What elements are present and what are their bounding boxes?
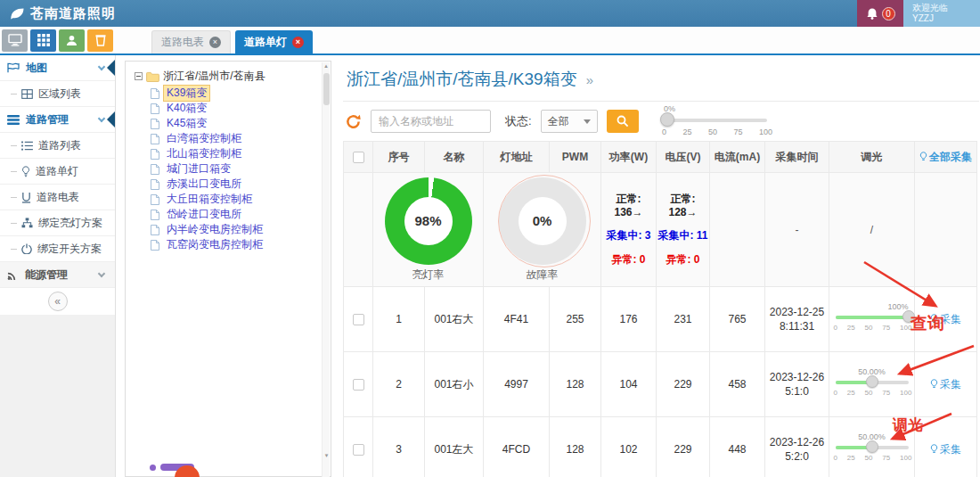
toolbar: 状态: 全部 0% 0255075100 (343, 102, 979, 141)
collect-cell: 采集 (915, 287, 977, 352)
header-name: 名称 (425, 141, 484, 173)
rss-icon (7, 269, 19, 280)
collect-button[interactable]: 采集 (930, 377, 961, 392)
tree-root[interactable]: 浙江省/温州市/苍南县 (135, 69, 322, 84)
collect-all-button[interactable]: 全部采集 (919, 150, 972, 165)
tree-item[interactable]: 赤溪出口变电所 (151, 177, 322, 192)
sidebar-item-road-list[interactable]: 道路列表 (0, 133, 115, 159)
tab-road-meter[interactable]: 道路电表 × (151, 30, 231, 53)
sidebar-item-label: 道路单灯 (36, 164, 78, 179)
tree-item[interactable]: 大丘田箱变控制柜 (151, 192, 322, 207)
device-tree-panel: 浙江省/温州市/苍南县 K39箱变 K40箱变 K45箱变 白湾箱变控制柜 (125, 61, 331, 477)
select-all-checkbox[interactable] (353, 152, 364, 163)
sidebar-item-label: 道路管理 (26, 112, 69, 127)
lighting-rate-cell: 98% 亮灯率 (373, 173, 484, 287)
tree-item[interactable]: 白湾箱变控制柜 (151, 131, 322, 146)
file-icon (151, 194, 159, 205)
sidebar-item-road-single-lamp[interactable]: 道路单灯 (0, 159, 115, 185)
name-cell: 001右大 (425, 287, 484, 352)
dim-slider-handle[interactable] (866, 440, 878, 453)
sidebar-item-label: 道路电表 (37, 190, 79, 205)
file-icon (151, 225, 159, 235)
sidebar-item-map[interactable]: 地图 (0, 55, 115, 81)
row-checkbox[interactable] (353, 444, 364, 456)
sidebar-item-road-meter[interactable]: 道路电表 (0, 185, 115, 210)
dim-slider-handle[interactable] (902, 310, 915, 323)
sidebar-item-region-list[interactable]: 区域列表 (0, 81, 115, 107)
tree-item[interactable]: 瓦窑岗变电房控制柜 (151, 237, 322, 252)
tab-close-icon[interactable]: × (292, 37, 304, 48)
trash-button[interactable] (87, 29, 113, 52)
dim-slider-track[interactable] (836, 316, 909, 319)
voltage-cell: 229 (657, 417, 710, 477)
file-icon (151, 88, 159, 99)
sidebar-item-energy-management[interactable]: 能源管理 (0, 262, 115, 288)
dim-cell: 50.00% 0255075100 (829, 352, 915, 417)
sidebar-filler (0, 315, 115, 477)
summary-collect-cell (915, 173, 977, 287)
name-cell: 001左大 (425, 417, 484, 477)
tree-item[interactable]: K40箱变 (151, 101, 322, 116)
tree-item[interactable]: 北山箱变控制柜 (151, 146, 322, 161)
bulb-icon (930, 379, 938, 390)
refresh-icon[interactable] (345, 113, 362, 130)
file-icon (151, 103, 159, 114)
grid-button[interactable] (30, 29, 56, 52)
dim-slider-handle[interactable] (866, 375, 878, 388)
breadcrumb-arrow[interactable]: » (586, 72, 593, 87)
dim-slider-ticks: 0255075100 (834, 454, 912, 462)
search-button[interactable] (607, 110, 639, 133)
sidebar-item-road-management[interactable]: 道路管理 (0, 107, 115, 133)
status-select[interactable]: 全部 (541, 110, 598, 133)
purple-dot-decoration (150, 465, 156, 471)
active-triangle-marker (107, 60, 115, 76)
lighting-rate-donut: 98% (385, 177, 472, 265)
tab-close-icon[interactable]: × (209, 37, 221, 48)
scroll-up-icon[interactable]: ▴ (324, 62, 328, 69)
tree-scrollbar[interactable]: ▴ ▾ (322, 62, 330, 477)
file-icon (151, 134, 159, 144)
row-checkbox[interactable] (353, 314, 364, 325)
master-dim-slider[interactable]: 0% 0255075100 (662, 104, 776, 140)
scroll-thumb[interactable] (323, 73, 330, 105)
summary-checkbox-cell (343, 173, 373, 287)
dim-cell: 50.00% 0255075100 (829, 417, 915, 477)
tree-item-label: 瓦窑岗变电房控制柜 (163, 236, 266, 253)
lamp-address-cell: 4997 (484, 352, 550, 417)
sidebar-item-bind-lighting-plan[interactable]: 绑定亮灯方案 (0, 210, 115, 236)
search-input[interactable] (371, 110, 491, 133)
dim-slider[interactable]: 100% 0255075100 (836, 304, 909, 334)
table-header-row: 序号 名称 灯地址 PWM 功率(W) 电压(V) 电流(mA) 采集时间 调光… (343, 141, 979, 173)
collect-button[interactable]: 采集 (930, 442, 961, 457)
collect-time-cell: 2023-12-265:1:0 (765, 352, 829, 417)
fault-rate-donut: 0% (499, 177, 586, 265)
master-slider-handle[interactable] (660, 112, 674, 127)
monitor-button[interactable] (2, 29, 28, 52)
row-checkbox-cell (343, 352, 373, 417)
dim-slider[interactable]: 50.00% 0255075100 (836, 434, 909, 465)
notifications-button[interactable]: 0 (857, 0, 903, 27)
row-checkbox[interactable] (353, 379, 364, 391)
user-button[interactable] (59, 29, 85, 52)
tree-item[interactable]: K39箱变 (151, 86, 322, 101)
sidebar-item-bind-switch-plan[interactable]: 绑定开关方案 (0, 236, 115, 262)
tree-item[interactable]: K45箱变 (151, 116, 322, 131)
breadcrumb: 浙江省/温州市/苍南县/K39箱变 » (343, 55, 979, 102)
master-slider-track[interactable] (662, 119, 767, 122)
tree-item[interactable]: 内半岭变电房控制柜 (151, 222, 322, 237)
tree-item[interactable]: 城门进口箱变 (151, 161, 322, 177)
collapse-minus-icon[interactable] (135, 72, 143, 80)
magnifier-icon (617, 115, 629, 127)
bulb-icon (919, 152, 927, 162)
scroll-down-icon[interactable]: ▾ (323, 452, 331, 459)
voltage-collecting-stat: 采集中: 11 (657, 228, 707, 243)
user-welcome[interactable]: 欢迎光临 YZZJ (903, 0, 980, 27)
file-icon (151, 240, 159, 251)
sidebar-collapse-button[interactable]: « (48, 292, 68, 311)
collect-button[interactable]: 采集 (930, 312, 961, 327)
tree-item[interactable]: 岱岭进口变电所 (151, 207, 322, 222)
sitemap-icon (21, 218, 33, 228)
status-label: 状态: (505, 113, 532, 129)
dim-slider[interactable]: 50.00% 0255075100 (836, 369, 909, 399)
tab-road-single-lamp[interactable]: 道路单灯 × (235, 30, 313, 53)
